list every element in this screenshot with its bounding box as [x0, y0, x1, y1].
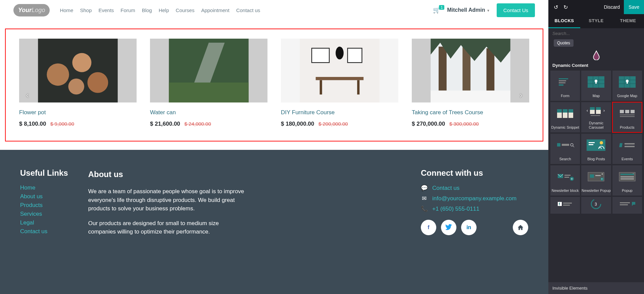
block-map[interactable]: Map [581, 71, 611, 101]
cart-button[interactable]: 🛒 1 [433, 6, 440, 14]
footer-link-home[interactable]: Home [20, 184, 68, 191]
linkedin-button[interactable]: in [461, 220, 477, 235]
block-dynamic-snippet[interactable]: Dynamic Snippet [550, 102, 580, 132]
discard-button[interactable]: Discard [600, 4, 624, 10]
nav-contactus[interactable]: Contact us [236, 7, 260, 13]
block-newsletter-popup[interactable]: ×+ Newsletter Popup [581, 165, 611, 196]
website-editor-panel: ↺ ↻ Discard Save BLOCKS STYLE THEME Quot… [548, 0, 644, 294]
block-search[interactable]: Search [550, 134, 580, 164]
svg-rect-82 [621, 174, 634, 175]
current-price: $ 21,600.00 [150, 121, 180, 127]
svg-point-3 [88, 72, 108, 93]
svg-rect-84 [621, 178, 634, 179]
product-price: $ 21,600.00 $ 24,000.00 [150, 121, 267, 127]
redo-button[interactable]: ↻ [561, 4, 571, 10]
product-card[interactable]: Water can $ 21,600.00 $ 24,000.00 [150, 39, 267, 127]
block-label: Map [593, 94, 600, 98]
quotes-category-pill[interactable]: Quotes [554, 39, 574, 47]
footer-link-contact[interactable]: Contact us [20, 228, 68, 235]
nav-events[interactable]: Events [98, 7, 114, 13]
footer-link-services[interactable]: Services [20, 211, 68, 217]
product-title: Flower pot [19, 109, 137, 116]
nav-links: Home Shop Events Forum Blog Help Courses… [60, 7, 260, 13]
svg-rect-64 [589, 142, 595, 143]
svg-text:›: › [603, 108, 605, 113]
svg-rect-56 [620, 115, 635, 115]
current-price: $ 8,100.00 [19, 121, 46, 127]
svg-rect-52 [591, 115, 600, 116]
current-price: $ 180,000.00 [281, 121, 314, 127]
main-content-area: YourLogo Home Shop Events Forum Blog Hel… [0, 0, 548, 294]
undo-button[interactable]: ↺ [551, 4, 561, 10]
tab-blocks[interactable]: BLOCKS [548, 14, 580, 28]
svg-rect-43 [557, 109, 562, 113]
block-label: Newsletter block [552, 188, 579, 193]
nav-courses[interactable]: Courses [176, 7, 195, 13]
connect-contact-link[interactable]: Contact us [432, 185, 459, 192]
svg-rect-21 [557, 76, 574, 88]
user-menu[interactable]: Mitchell Admin ▼ [447, 7, 490, 13]
product-title: Water can [150, 109, 267, 116]
svg-rect-10 [348, 48, 362, 63]
block-products[interactable]: Products [612, 102, 642, 132]
block-label: Events [622, 157, 633, 161]
carousel-prev-button[interactable]: ‹ [26, 90, 29, 100]
svg-rect-68 [625, 146, 635, 147]
product-card[interactable]: DIY Furniture Course $ 180,000.00 $ 200,… [281, 39, 398, 127]
twitter-button[interactable] [441, 220, 456, 235]
block-events[interactable]: Events [612, 134, 642, 164]
blocks-scroll-area[interactable]: Quotes Dynamic Content Form Map Google M… [548, 39, 644, 282]
block-countdown[interactable]: 3 [581, 197, 611, 214]
svg-rect-12 [320, 80, 322, 95]
invisible-elements-bar[interactable]: Invisible Elements [548, 282, 644, 294]
block-google-map[interactable]: Google Map [612, 71, 642, 101]
contact-us-button[interactable]: Contact Us [497, 3, 535, 17]
carousel-next-button[interactable]: › [519, 90, 523, 100]
svg-text:×: × [601, 172, 603, 176]
home-floating-button[interactable] [513, 220, 528, 235]
save-button[interactable]: Save [624, 0, 644, 14]
svg-rect-65 [589, 144, 593, 145]
product-card[interactable]: Taking care of Trees Course $ 270,000.00… [412, 39, 529, 127]
block-label: Google Map [617, 94, 637, 98]
block-blog-posts[interactable]: Blog Posts [581, 134, 611, 164]
nav-forum[interactable]: Forum [120, 7, 135, 13]
site-footer: Useful Links Home About us Products Serv… [0, 150, 548, 294]
tab-theme[interactable]: THEME [612, 14, 644, 28]
nav-home[interactable]: Home [60, 7, 73, 13]
nav-blog[interactable]: Blog [142, 7, 152, 13]
footer-link-legal[interactable]: Legal [20, 219, 68, 226]
svg-rect-91 [620, 202, 630, 203]
block-form[interactable]: Form [550, 71, 580, 101]
nav-appointment[interactable]: Appointment [201, 7, 229, 13]
cart-badge: 1 [439, 5, 444, 10]
footer-link-products[interactable]: Products [20, 202, 68, 209]
connect-phone-link[interactable]: +1 (650) 555-0111 [432, 206, 479, 212]
svg-rect-13 [357, 80, 359, 95]
footer-link-about[interactable]: About us [20, 193, 68, 200]
products-carousel-block[interactable]: ‹ › Flower pot $ 8,100.00 $ 9,000.00 Wat… [5, 29, 543, 141]
block-search-input[interactable] [552, 31, 640, 36]
svg-rect-50 [590, 107, 595, 110]
nav-help[interactable]: Help [159, 7, 169, 13]
connect-email-link[interactable]: info@yourcompany.example.com [432, 195, 516, 202]
block-newsletter-block[interactable]: + Newsletter block [550, 165, 580, 196]
block-dynamic-carousel[interactable]: ‹› Dynamic Carousel [581, 102, 611, 132]
nav-shop[interactable]: Shop [80, 7, 92, 13]
block-discussion[interactable] [612, 197, 642, 214]
product-price: $ 8,100.00 $ 9,000.00 [19, 121, 137, 127]
svg-rect-7 [169, 83, 249, 102]
svg-rect-87 [563, 203, 572, 204]
facebook-button[interactable]: f [421, 220, 436, 235]
svg-rect-71 [564, 177, 569, 178]
block-facebook[interactable]: f [550, 197, 580, 214]
svg-point-2 [72, 53, 91, 72]
block-popup[interactable]: × Popup [612, 165, 642, 196]
site-logo[interactable]: YourLogo [13, 4, 50, 16]
block-label: Popup [622, 188, 633, 193]
tab-style[interactable]: STYLE [580, 14, 612, 28]
svg-line-61 [573, 146, 574, 147]
product-card[interactable]: Flower pot $ 8,100.00 $ 9,000.00 [19, 39, 137, 127]
svg-rect-44 [563, 109, 567, 113]
svg-point-14 [336, 47, 344, 59]
